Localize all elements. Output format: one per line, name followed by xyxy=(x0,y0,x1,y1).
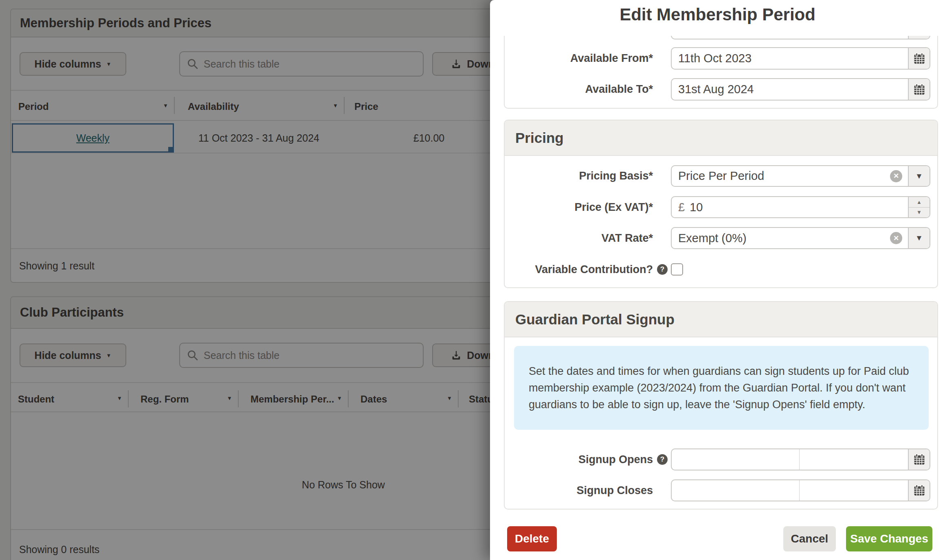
stepper-down-icon[interactable]: ▼ xyxy=(909,207,930,218)
currency-symbol: £ xyxy=(672,201,685,214)
pricing-basis-select[interactable]: Price Per Period ✕ ▼ xyxy=(671,165,930,187)
vat-rate-value[interactable]: Exempt (0%) xyxy=(672,228,890,248)
dropdown-button[interactable]: ▼ xyxy=(908,228,930,248)
price-ex-vat-label: Price (Ex VAT)* xyxy=(506,201,653,214)
available-to-input[interactable] xyxy=(672,79,908,100)
chevron-down-icon: ▼ xyxy=(915,172,923,181)
help-icon[interactable]: ? xyxy=(657,264,668,275)
clear-icon[interactable]: ✕ xyxy=(890,170,902,182)
signup-opens-date-input[interactable] xyxy=(672,449,799,470)
number-stepper[interactable]: ▲ ▼ xyxy=(908,197,930,217)
calendar-button[interactable] xyxy=(908,480,930,501)
available-from-label: Available From* xyxy=(506,52,653,65)
signup-opens-time-input[interactable] xyxy=(800,449,908,470)
vat-rate-label: VAT Rate* xyxy=(506,232,653,245)
signup-closes-label: Signup Closes xyxy=(506,484,653,497)
signup-closes-field[interactable] xyxy=(671,479,930,501)
guardian-section-title: Guardian Portal Signup xyxy=(505,311,675,328)
calendar-button[interactable] xyxy=(908,48,930,69)
available-from-field[interactable] xyxy=(671,47,930,70)
stepper-up-icon[interactable]: ▲ xyxy=(909,197,930,207)
price-input[interactable] xyxy=(685,197,908,217)
vat-rate-select[interactable]: Exempt (0%) ✕ ▼ xyxy=(671,227,930,249)
cancel-button[interactable]: Cancel xyxy=(783,526,836,551)
available-to-field[interactable] xyxy=(671,78,930,101)
variable-contribution-label: Variable Contribution? xyxy=(506,263,653,276)
chevron-down-icon: ▼ xyxy=(915,234,923,243)
calendar-button[interactable] xyxy=(908,79,930,100)
modal-title: Edit Membership Period xyxy=(490,5,945,24)
pricing-basis-value[interactable]: Price Per Period xyxy=(672,166,890,186)
calendar-button[interactable] xyxy=(908,449,930,470)
help-icon[interactable]: ? xyxy=(657,454,668,465)
pricing-section-title: Pricing xyxy=(505,130,564,146)
delete-button[interactable]: Delete xyxy=(507,526,557,551)
signup-opens-label: Signup Opens xyxy=(506,453,653,466)
signup-closes-date-input[interactable] xyxy=(672,480,799,501)
modal-scroll-area[interactable]: Available From* Available To* Pricing Pr… xyxy=(490,36,945,519)
available-to-label: Available To* xyxy=(506,83,653,96)
dropdown-button[interactable]: ▼ xyxy=(908,166,930,186)
clipped-input[interactable] xyxy=(672,36,908,39)
guardian-info-text: Set the dates and times for when guardia… xyxy=(529,363,914,413)
available-from-input[interactable] xyxy=(672,48,908,69)
pricing-basis-label: Pricing Basis* xyxy=(506,169,653,182)
edit-membership-period-modal: Edit Membership Period Available From* A… xyxy=(490,0,945,560)
guardian-section-header: Guardian Portal Signup xyxy=(505,302,937,337)
guardian-info-box: Set the dates and times for when guardia… xyxy=(514,346,929,430)
save-changes-button[interactable]: Save Changes xyxy=(846,526,932,551)
clear-icon[interactable]: ✕ xyxy=(890,232,902,244)
price-ex-vat-field[interactable]: £ ▲ ▼ xyxy=(671,196,930,218)
variable-contribution-checkbox[interactable] xyxy=(671,263,683,276)
calendar-button[interactable] xyxy=(908,36,930,39)
pricing-section-header: Pricing xyxy=(505,120,937,156)
clipped-field[interactable] xyxy=(671,36,930,39)
signup-closes-time-input[interactable] xyxy=(800,480,908,501)
signup-opens-field[interactable] xyxy=(671,448,930,470)
